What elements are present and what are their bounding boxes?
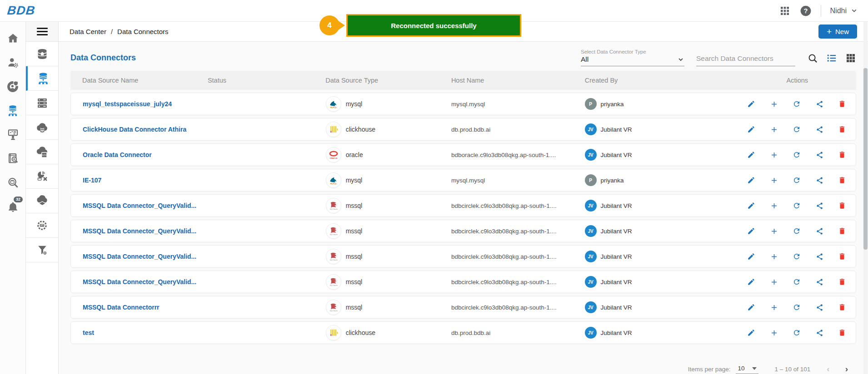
share-button[interactable] (815, 226, 824, 236)
list-view-icon[interactable] (826, 53, 837, 64)
edit-button[interactable] (747, 226, 756, 236)
breadcrumb-data-connectors[interactable]: Data Connectors (117, 28, 169, 35)
nav-data-filter-icon[interactable] (26, 238, 58, 262)
delete-button[interactable] (838, 328, 847, 337)
delete-button[interactable] (838, 277, 847, 286)
share-button[interactable] (815, 201, 824, 210)
edit-button[interactable] (747, 277, 756, 286)
edit-button[interactable] (747, 328, 756, 337)
user-menu[interactable]: Nidhi (830, 7, 858, 15)
nav-data-sync-icon[interactable] (26, 164, 58, 189)
connector-name-link[interactable]: MSSQL Data Connector_QueryValid... (83, 202, 196, 209)
refresh-button[interactable] (792, 125, 801, 134)
delete-button[interactable] (838, 125, 847, 134)
connector-name-link[interactable]: MSSQL Data Connector_QueryValid... (83, 227, 196, 235)
share-button[interactable] (815, 328, 824, 337)
nav-api-connectors-icon[interactable]: API (26, 213, 58, 238)
nav-data-center-home-icon[interactable] (26, 42, 58, 66)
nav-data-connectors-icon[interactable] (26, 66, 58, 91)
scrollbar-thumb[interactable] (863, 68, 868, 250)
next-page-button[interactable]: › (845, 364, 848, 374)
share-button[interactable] (815, 125, 824, 134)
share-button[interactable] (815, 150, 824, 159)
nav-data-store-icon[interactable] (26, 115, 58, 140)
sidebar-home-icon[interactable] (0, 26, 25, 50)
delete-button[interactable] (838, 99, 847, 108)
refresh-button[interactable] (792, 328, 801, 337)
sidebar-catalog-icon[interactable] (0, 147, 25, 171)
search-icon[interactable] (807, 53, 818, 64)
sidebar-presentation-icon[interactable] (0, 123, 25, 147)
delete-button[interactable] (838, 150, 847, 159)
previous-page-button[interactable]: ‹ (827, 364, 829, 374)
edit-button[interactable] (747, 252, 756, 261)
delete-button[interactable] (838, 303, 847, 312)
refresh-button[interactable] (792, 277, 801, 286)
add-button[interactable] (769, 176, 778, 185)
edit-button[interactable] (747, 201, 756, 210)
type-label: clickhouse (346, 126, 375, 133)
username: Nidhi (830, 7, 847, 15)
share-button[interactable] (815, 277, 824, 286)
creator-name: Jubilant VR (601, 228, 632, 235)
edit-button[interactable] (747, 125, 756, 134)
add-button[interactable] (769, 226, 778, 236)
edit-button[interactable] (747, 99, 756, 108)
new-button[interactable]: + New (818, 25, 857, 39)
share-button[interactable] (815, 252, 824, 261)
refresh-button[interactable] (792, 252, 801, 261)
breadcrumb-data-center[interactable]: Data Center (70, 28, 106, 35)
delete-button[interactable] (838, 226, 847, 236)
delete-button[interactable] (838, 252, 847, 261)
share-button[interactable] (815, 176, 824, 185)
nav-data-sets-icon[interactable] (26, 91, 58, 115)
items-per-page-select[interactable]: 10 (736, 364, 758, 374)
items-per-page-label: Items per page: (688, 366, 731, 373)
delete-button[interactable] (838, 176, 847, 185)
edit-button[interactable] (747, 303, 756, 312)
column-header-created-by: Created By (581, 77, 738, 84)
add-button[interactable] (769, 303, 778, 312)
sidebar-data-governance-icon[interactable] (0, 74, 25, 98)
edit-button[interactable] (747, 176, 756, 185)
sidebar-notifications-icon[interactable]: 32 (0, 195, 25, 219)
apps-grid-icon[interactable] (779, 5, 791, 17)
add-button[interactable] (769, 99, 778, 108)
add-button[interactable] (769, 252, 778, 261)
connector-name-link[interactable]: test (83, 329, 94, 336)
creator-name: Jubilant VR (601, 152, 632, 158)
connector-name-link[interactable]: MSSQL Data Connector_QueryValid... (83, 278, 196, 285)
search-input[interactable] (696, 54, 795, 63)
refresh-button[interactable] (792, 303, 801, 312)
add-button[interactable] (769, 125, 778, 134)
refresh-button[interactable] (792, 150, 801, 159)
edit-button[interactable] (747, 150, 756, 159)
nav-data-lake-icon[interactable] (26, 189, 58, 213)
connector-name-link[interactable]: MSSQL Data Connector_QueryValid... (83, 253, 196, 260)
nav-data-as-api-icon[interactable]: </> (26, 140, 58, 164)
refresh-button[interactable] (792, 201, 801, 210)
share-button[interactable] (815, 303, 824, 312)
add-button[interactable] (769, 201, 778, 210)
connector-name-link[interactable]: MSSQL Data Connectorrr (83, 304, 160, 311)
column-header-data-source-name: Data Source Name (70, 77, 204, 84)
add-button[interactable] (769, 150, 778, 159)
connector-name-link[interactable]: mysql_testspaceissue_july24 (83, 100, 172, 108)
sidebar-data-center-icon[interactable] (0, 98, 25, 123)
grid-view-icon[interactable] (845, 53, 856, 64)
help-icon[interactable]: ? (800, 5, 812, 17)
connector-type-select[interactable]: Select Data Connector Type All (581, 49, 684, 66)
refresh-button[interactable] (792, 176, 801, 185)
connector-name-link[interactable]: IE-107 (83, 177, 101, 184)
share-button[interactable] (815, 99, 824, 108)
sidebar-user-management-icon[interactable] (0, 50, 25, 74)
delete-button[interactable] (838, 201, 847, 210)
refresh-button[interactable] (792, 226, 801, 236)
connector-name-link[interactable]: ClickHouse Data Connector Athira (83, 126, 186, 133)
add-button[interactable] (769, 328, 778, 337)
connector-name-link[interactable]: Oracle Data Connector (83, 151, 152, 158)
add-button[interactable] (769, 277, 778, 286)
sidebar-data-search-icon[interactable] (0, 171, 25, 195)
menu-toggle-button[interactable] (26, 22, 58, 42)
refresh-button[interactable] (792, 99, 801, 108)
